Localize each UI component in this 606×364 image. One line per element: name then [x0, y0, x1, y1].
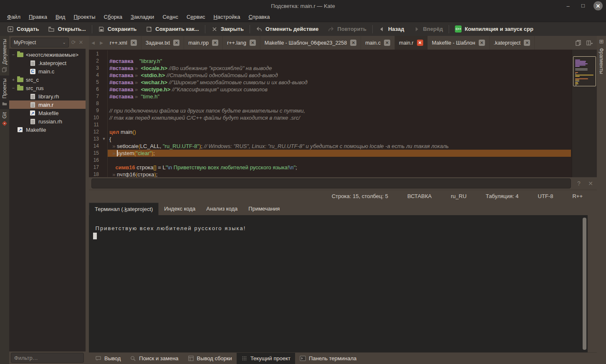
doc-tab-r++.lang[interactable]: r++.lang✕	[223, 36, 260, 50]
code-line-14[interactable]: 14 » setlocale(LC_ALL, "ru_RU.UTF-8"); /…	[89, 143, 571, 150]
toolbar-button-save[interactable]: Сохранить	[93, 22, 141, 36]
toolview-button-Вывод[interactable]: Вывод	[91, 353, 125, 364]
code-line-8[interactable]: 8	[89, 100, 571, 107]
toolbar-button-open[interactable]: Открыть...	[43, 22, 90, 36]
toolbar-button-redo[interactable]: Повторить	[323, 22, 371, 36]
tree-expander[interactable]: +	[11, 77, 16, 82]
tab-scroll-right-icon[interactable]: ▶	[97, 36, 106, 50]
tree-item-src_c[interactable]: +src_c	[9, 75, 86, 84]
toolbar-button-new-doc[interactable]: Создать	[3, 22, 43, 36]
status-item-5[interactable]: R++	[572, 193, 583, 199]
maximize-button[interactable]: ☐	[578, 1, 588, 10]
command-input[interactable]	[91, 178, 571, 188]
code-line-9[interactable]: 9// при подключении файлов из других пап…	[89, 107, 571, 114]
toolbar-button-close-x[interactable]: Закрыть	[207, 22, 248, 36]
status-item-0[interactable]: Строка: 15, столбец: 5	[332, 193, 388, 199]
code-editor[interactable]: 12#вставка "library.h"3#вставка » <local…	[89, 50, 597, 177]
menu-Правка[interactable]: Правка	[25, 13, 51, 21]
split-view-icon[interactable]	[586, 40, 593, 46]
reload-project-icon[interactable]: ⟳	[71, 39, 76, 45]
toolview-button-Текущий проект[interactable]: Текущий проект	[237, 353, 295, 364]
help-button[interactable]: ?	[575, 180, 583, 187]
code-line-6[interactable]: 6#вставка » <wctype.h> //"Классификация"…	[89, 86, 571, 93]
tree-item-library.rh[interactable]: library.rh	[9, 92, 86, 100]
doc-tab-Makefile - Шаблон_06фев23_2258[interactable]: Makefile - Шаблон_06фев23_2258✕	[260, 36, 361, 50]
status-item-1[interactable]: ВСТАВКА	[407, 193, 432, 199]
tab-close-icon[interactable]: ✕	[350, 40, 356, 46]
tree-item-russian.rh[interactable]: russian.rh	[9, 117, 86, 126]
terminal[interactable]: Приветствую всех любителей русского язык…	[89, 215, 597, 353]
tab-close-icon[interactable]: ✕	[173, 40, 179, 46]
tab-close-icon[interactable]: ✕	[479, 40, 485, 46]
menu-Сервис[interactable]: Сервис	[183, 13, 209, 21]
code-line-12[interactable]: 12цел main()	[89, 128, 571, 136]
tab-close-icon[interactable]: ✕	[250, 40, 256, 46]
tree-item-Makefile[interactable]: ↗Makefile	[9, 109, 86, 117]
panel-tab-Индекс кода[interactable]: Индекс кода	[159, 203, 201, 215]
menu-Вид[interactable]: Вид	[52, 13, 69, 21]
tree-item-<неотслеживаемые>[interactable]: −<неотслеживаемые>	[9, 50, 86, 59]
code-line-3[interactable]: 3#вставка » <locale.h> //Во избежание "к…	[89, 65, 571, 72]
code-line-18[interactable]: 18 » пчтф16(строка);	[89, 171, 571, 177]
tree-item-main.c[interactable]: Cmain.c	[9, 67, 86, 75]
toolview-button-Поиск и замена[interactable]: Поиск и замена	[125, 353, 183, 364]
tree-item-main.r[interactable]: main.r	[9, 100, 86, 109]
code-line-13[interactable]: 13▼{	[89, 136, 571, 143]
code-line-15[interactable]: 15 » system("clear");	[89, 150, 571, 157]
close-project-icon[interactable]: ✕	[78, 39, 84, 45]
sidebar-tab-Проекты[interactable]: Проекты	[0, 75, 9, 109]
close-button[interactable]: ✕	[593, 1, 603, 10]
code-line-4[interactable]: 4#вставка » <stdio.h> //Стандартный одно…	[89, 72, 571, 79]
project-selector[interactable]: MyProject ⌄	[11, 38, 69, 48]
code-line-1[interactable]: 1	[89, 50, 571, 58]
minimap-scrollbar[interactable]	[572, 50, 597, 177]
menu-Сеанс[interactable]: Сеанс	[159, 13, 182, 21]
code-line-17[interactable]: 17 симв16 строка[] = L"\n Приветствую вс…	[89, 164, 571, 171]
tree-expander[interactable]: −	[11, 85, 16, 90]
tab-snippets[interactable]: Фрагменты	[598, 48, 604, 74]
doc-tab-main.c[interactable]: main.c✕	[361, 36, 395, 50]
tree-item-Makefile[interactable]: ↗Makefile	[9, 126, 86, 134]
panel-tab-Примечания[interactable]: Примечания	[243, 203, 285, 215]
sidebar-tab-Git[interactable]: Git	[0, 109, 9, 129]
menu-Справка[interactable]: Справка	[245, 13, 273, 21]
toolbar-button-undo[interactable]: Отменить действие	[251, 22, 323, 36]
code-line-7[interactable]: 7#вставка » "time.h"	[89, 93, 571, 100]
documents-stack-icon[interactable]	[575, 40, 582, 46]
menu-Закладки[interactable]: Закладки	[127, 13, 158, 21]
menu-Настройка[interactable]: Настройка	[210, 13, 244, 21]
panel-tab-Анализ кода[interactable]: Анализ кода	[201, 203, 243, 215]
minimap-viewport[interactable]	[573, 56, 596, 86]
tree-expander[interactable]: −	[11, 52, 16, 57]
code-line-16[interactable]: 16	[89, 157, 571, 164]
close-commandbar-button[interactable]: ✕	[587, 180, 594, 187]
code-line-10[interactable]: 10// так как перед компиляцией C/C++ фай…	[89, 114, 571, 121]
doc-tab-r++.xml[interactable]: r++.xml✕	[106, 36, 141, 50]
code-line-11[interactable]: 11	[89, 121, 571, 128]
tab-close-icon[interactable]: ✕	[417, 40, 423, 46]
tree-item-.kateproject[interactable]: .kateproject	[9, 59, 86, 67]
menu-Файл[interactable]: Файл	[3, 13, 24, 21]
status-item-2[interactable]: ru_RU	[451, 193, 467, 199]
panel-tab-Терминал (.kateproject)[interactable]: Терминал (.kateproject)	[89, 203, 159, 215]
tab-close-icon[interactable]: ✕	[131, 40, 137, 46]
toolbar-button-forward[interactable]: Вперёд	[409, 22, 447, 36]
code-line-2[interactable]: 2#вставка "library.h"	[89, 58, 571, 65]
doc-tab-Задачи.txt[interactable]: Задачи.txt✕	[141, 36, 184, 50]
doc-tab-.kateproject[interactable]: .kateproject✕	[490, 36, 535, 50]
toolbar-button-cpp[interactable]: C++Компиляция и запуск cpp	[450, 22, 538, 36]
tab-scroll-left-icon[interactable]: ◀	[89, 36, 97, 50]
fold-marker[interactable]: ▼	[101, 136, 107, 143]
add-snippet-icon[interactable]: ⊞	[599, 38, 604, 45]
filter-input[interactable]	[11, 353, 84, 363]
status-item-3[interactable]: Табуляция: 4	[486, 193, 519, 199]
tab-close-icon[interactable]: ✕	[524, 40, 530, 46]
toolview-button-Вывод сборки[interactable]: Вывод сборки	[183, 353, 237, 364]
sidebar-tab-Документы[interactable]: Документы	[0, 36, 9, 75]
menu-Сборка[interactable]: Сборка	[100, 13, 126, 21]
doc-tab-main.r[interactable]: main.r✕	[395, 36, 428, 50]
toolbar-button-back[interactable]: Назад	[374, 22, 409, 36]
tab-close-icon[interactable]: ✕	[384, 40, 390, 46]
tree-item-src_rus[interactable]: −src_rus	[9, 84, 86, 92]
doc-tab-main.rpp[interactable]: main.rpp✕	[184, 36, 223, 50]
